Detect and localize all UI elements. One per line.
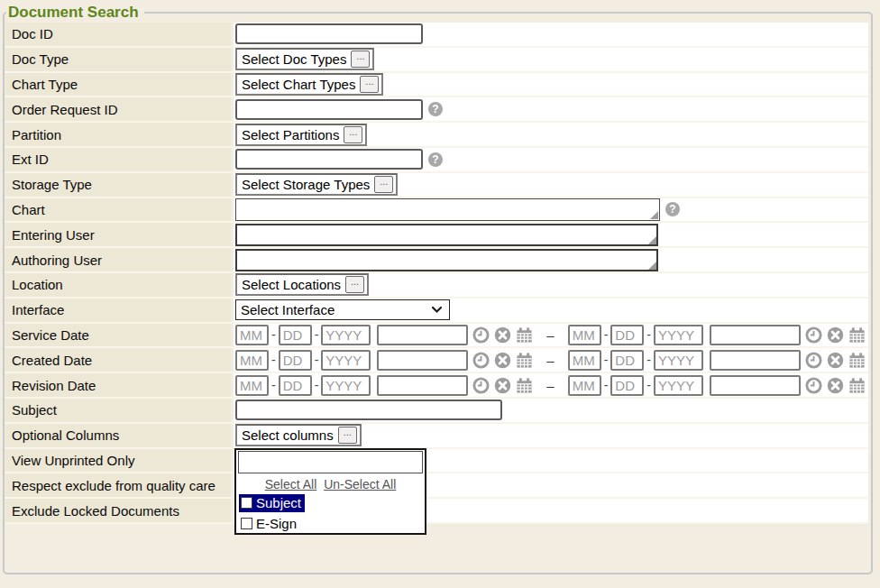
clear-icon[interactable]	[827, 377, 844, 394]
service-date-from-year-input[interactable]	[321, 325, 371, 345]
field-label: Respect exclude from quality care	[5, 473, 231, 497]
created-date-from-time-input[interactable]	[377, 350, 468, 371]
more-button[interactable]: ...	[360, 76, 379, 93]
clear-icon[interactable]	[827, 352, 844, 369]
created-date-from-month-input[interactable]	[235, 350, 269, 371]
entering-user-textarea[interactable]	[235, 224, 658, 246]
row-subject: Subject	[5, 399, 868, 424]
selector-label: Select Partitions	[242, 127, 339, 142]
created-date-from-day-input[interactable]	[279, 350, 312, 371]
field-label: Ext ID	[5, 148, 231, 171]
clear-icon[interactable]	[494, 326, 511, 344]
revision-date-to-time-input[interactable]	[710, 375, 801, 396]
field-cell: - - – - -	[234, 324, 868, 347]
help-icon[interactable]: ?	[428, 102, 443, 116]
separator: -	[604, 327, 609, 342]
chart-textarea-wrap	[235, 198, 660, 221]
field-cell: Select columns ... Select All Un-Select …	[234, 424, 868, 447]
revision-date-to-month-input[interactable]	[568, 375, 601, 396]
revision-date-from-time-input[interactable]	[377, 375, 468, 396]
row-storage-type: Storage Type Select Storage Types ...	[5, 173, 868, 198]
checkbox-icon[interactable]	[241, 497, 252, 509]
chart-type-selector[interactable]: Select Chart Types ...	[235, 73, 383, 96]
clock-icon[interactable]	[472, 352, 490, 369]
storage-type-selector[interactable]: Select Storage Types ...	[235, 173, 398, 196]
clock-icon[interactable]	[805, 377, 822, 394]
field-cell	[234, 399, 868, 422]
subject-input[interactable]	[235, 400, 502, 420]
separator: -	[271, 327, 276, 342]
clock-icon[interactable]	[805, 326, 822, 344]
revision-date-to-day-input[interactable]	[610, 375, 644, 396]
service-date-to-time-input[interactable]	[710, 325, 801, 345]
location-selector[interactable]: Select Locations ...	[235, 273, 369, 296]
unselect-all-link[interactable]: Un-Select All	[324, 477, 396, 492]
calendar-icon[interactable]	[516, 352, 533, 369]
row-chart-type: Chart Type Select Chart Types ...	[5, 73, 868, 98]
service-date-to-day-input[interactable]	[610, 325, 644, 345]
clear-icon[interactable]	[494, 352, 511, 369]
field-label: Authoring User	[5, 248, 231, 271]
help-icon[interactable]: ?	[428, 152, 443, 167]
doc-type-selector[interactable]: Select Doc Types ...	[235, 48, 374, 70]
select-all-link[interactable]: Select All	[265, 477, 317, 492]
revision-date-from-month-input[interactable]	[235, 375, 269, 396]
created-date-to-time-input[interactable]	[710, 350, 801, 371]
order-request-id-input[interactable]	[235, 99, 423, 120]
chart-textarea[interactable]	[235, 198, 660, 221]
service-date-from-day-input[interactable]	[279, 325, 312, 345]
clear-icon[interactable]	[827, 326, 844, 344]
field-cell: Select Chart Types ...	[234, 73, 868, 96]
authoring-user-textarea-wrap	[235, 249, 658, 271]
ext-id-input[interactable]	[235, 149, 423, 170]
more-button[interactable]: ...	[351, 51, 370, 68]
calendar-icon[interactable]	[516, 377, 533, 394]
calendar-icon[interactable]	[516, 326, 533, 344]
checkbox-icon[interactable]	[241, 518, 252, 529]
clear-icon[interactable]	[494, 377, 511, 394]
created-date-to-month-input[interactable]	[568, 350, 601, 371]
row-location: Location Select Locations ...	[5, 273, 868, 299]
more-button[interactable]: ...	[345, 276, 364, 293]
clock-icon[interactable]	[472, 326, 490, 344]
service-date-from: - -	[235, 325, 533, 345]
calendar-icon[interactable]	[848, 352, 866, 369]
revision-date-from-day-input[interactable]	[279, 375, 312, 396]
columns-filter-input[interactable]	[238, 451, 423, 473]
selector-label: Select columns	[242, 427, 334, 443]
more-button[interactable]: ...	[374, 176, 393, 193]
help-icon[interactable]: ?	[665, 202, 680, 216]
service-date-from-time-input[interactable]	[377, 325, 468, 345]
row-doc-type: Doc Type Select Doc Types ...	[5, 48, 868, 73]
service-date-to: - -	[568, 325, 866, 345]
service-date-from-month-input[interactable]	[235, 325, 269, 345]
separator: -	[315, 378, 319, 392]
column-option-subject[interactable]: Subject	[239, 494, 305, 512]
created-date-to-year-input[interactable]	[654, 350, 703, 371]
field-label: Optional Columns	[5, 424, 231, 447]
created-date-from-year-input[interactable]	[321, 350, 371, 371]
service-date-to-month-input[interactable]	[568, 325, 601, 345]
field-cell: Select Partitions ...	[234, 123, 868, 146]
optional-columns-selector[interactable]: Select columns ...	[235, 424, 362, 446]
clock-icon[interactable]	[805, 352, 822, 369]
clock-icon[interactable]	[472, 377, 490, 394]
service-date-to-year-input[interactable]	[654, 325, 703, 345]
selected-option: Select Interface	[241, 302, 335, 317]
created-date-to-day-input[interactable]	[610, 350, 644, 371]
partition-selector[interactable]: Select Partitions ...	[235, 124, 367, 146]
interface-select[interactable]: Select Interface	[235, 299, 450, 320]
calendar-icon[interactable]	[848, 377, 866, 394]
more-button[interactable]: ...	[344, 126, 362, 143]
field-label: View Unprinted Only	[5, 449, 231, 473]
created-date-to: - -	[568, 350, 866, 371]
calendar-icon[interactable]	[848, 326, 866, 344]
doc-id-input[interactable]	[235, 23, 423, 44]
field-label: Interface	[5, 299, 231, 322]
column-option-esign[interactable]: E-Sign	[239, 515, 300, 533]
revision-date-from-year-input[interactable]	[321, 375, 371, 396]
authoring-user-textarea[interactable]	[235, 249, 658, 271]
revision-date-to-year-input[interactable]	[654, 375, 703, 396]
field-label: Storage Type	[5, 173, 231, 197]
more-button[interactable]: ...	[338, 427, 357, 444]
